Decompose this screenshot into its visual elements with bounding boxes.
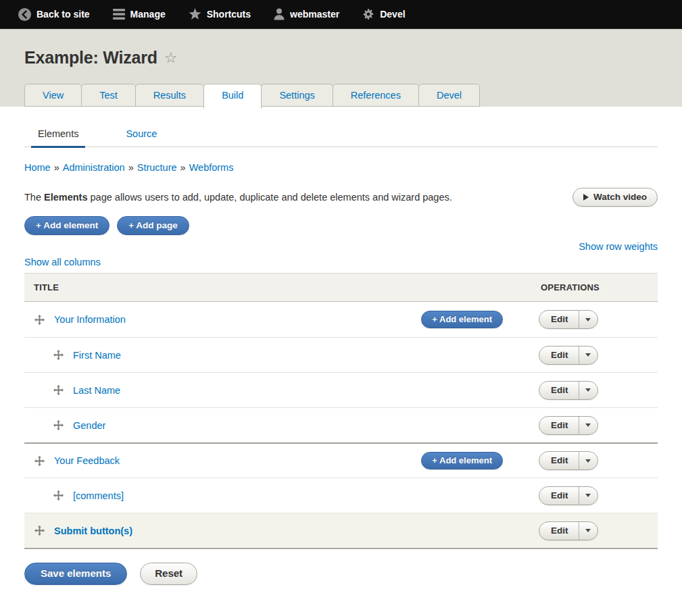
manage-label: Manage	[130, 9, 166, 20]
primary-tab-label: View	[43, 90, 64, 101]
tab-source-label: Source	[126, 128, 157, 139]
user-icon	[274, 8, 285, 20]
add-page-button[interactable]: + Add page	[117, 216, 189, 235]
manage-menu-button[interactable]: Manage	[104, 0, 174, 28]
element-title-link[interactable]: Last Name	[73, 385, 120, 396]
drag-handle-icon[interactable]	[53, 385, 64, 395]
edit-dropdown-toggle[interactable]	[579, 487, 598, 505]
watch-video-label: Watch video	[593, 192, 647, 202]
show-all-columns-link[interactable]: Show all columns	[24, 257, 101, 267]
operations-cell: Edit	[531, 444, 658, 478]
shortcuts-menu-button[interactable]: Shortcuts	[180, 0, 260, 28]
breadcrumb-link-structure[interactable]: Structure	[137, 162, 177, 173]
caret-down-icon	[585, 459, 591, 463]
edit-button[interactable]: Edit	[539, 487, 579, 505]
back-to-site-button[interactable]: Back to site	[9, 0, 99, 28]
drag-handle-icon[interactable]	[53, 490, 64, 500]
element-title-link[interactable]: Your Information	[54, 314, 126, 325]
operations-cell: Edit	[531, 478, 658, 513]
title-cell: Your Feedback + Add element	[24, 444, 531, 478]
reset-button[interactable]: Reset	[140, 563, 197, 585]
devel-menu-button[interactable]: Devel	[354, 0, 414, 28]
element-title-link[interactable]: Your Feedback	[54, 455, 120, 466]
edit-dropdown-toggle[interactable]	[579, 452, 598, 469]
tab-elements-label: Elements	[38, 128, 78, 139]
operations-cell: Edit	[531, 408, 658, 442]
edit-dropdown-toggle[interactable]	[579, 417, 598, 434]
title-cell: First Name	[24, 338, 531, 372]
edit-button-label: Edit	[551, 525, 568, 536]
operations-cell: Edit	[531, 338, 658, 372]
element-title-link[interactable]: First Name	[73, 350, 121, 361]
user-menu-button[interactable]: webmaster	[265, 0, 348, 28]
table-row: Your Information + Add element Edit	[24, 302, 658, 337]
tab-test[interactable]: Test	[81, 84, 136, 107]
edit-button-group: Edit	[539, 381, 598, 400]
table-row: Submit button(s) Edit	[24, 513, 658, 548]
page-header: Example: Wizard ☆ View Test Results Buil…	[0, 29, 682, 107]
tab-settings[interactable]: Settings	[261, 84, 333, 107]
edit-dropdown-toggle[interactable]	[579, 311, 598, 328]
tab-view[interactable]: View	[24, 84, 82, 107]
tab-elements[interactable]: Elements	[31, 123, 85, 148]
star-outline-icon[interactable]: ☆	[164, 51, 178, 66]
caret-down-icon	[585, 494, 591, 497]
edit-button[interactable]: Edit	[539, 382, 579, 399]
row-add-element-button[interactable]: + Add element	[421, 311, 503, 328]
edit-button[interactable]: Edit	[539, 346, 579, 364]
title-cell: Submit button(s)	[24, 513, 531, 548]
edit-button-group: Edit	[539, 451, 598, 470]
table-header-row: TITLE OPERATIONS	[24, 274, 658, 302]
primary-tab-label: Test	[99, 90, 118, 101]
row-add-element-button[interactable]: + Add element	[421, 452, 503, 469]
admin-toolbar: Back to site Manage Shortcuts webmaster …	[0, 0, 682, 29]
edit-button[interactable]: Edit	[539, 522, 579, 540]
edit-button-group: Edit	[539, 310, 598, 329]
watch-video-button[interactable]: Watch video	[573, 188, 658, 207]
edit-button-label: Edit	[551, 350, 568, 360]
column-header-operations: OPERATIONS	[531, 274, 658, 301]
operations-cell: Edit	[531, 302, 658, 337]
edit-button[interactable]: Edit	[539, 417, 579, 434]
edit-button-group: Edit	[539, 346, 598, 365]
title-cell: [comments]	[24, 478, 531, 513]
edit-button[interactable]: Edit	[539, 452, 579, 469]
element-title-link[interactable]: Gender	[73, 420, 105, 431]
tab-references[interactable]: References	[333, 84, 419, 107]
title-cell: Gender	[24, 408, 531, 442]
element-title-link[interactable]: Submit button(s)	[54, 525, 132, 536]
caret-down-icon	[585, 318, 591, 322]
drag-handle-icon[interactable]	[34, 456, 45, 466]
element-title-link[interactable]: [comments]	[73, 490, 124, 501]
edit-button-label: Edit	[551, 385, 568, 395]
drag-handle-icon[interactable]	[53, 350, 64, 360]
breadcrumb-link-home[interactable]: Home	[24, 162, 51, 173]
edit-button-label: Edit	[551, 420, 568, 430]
tab-build[interactable]: Build	[203, 84, 262, 109]
secondary-tabs: Elements Source	[24, 123, 658, 147]
edit-dropdown-toggle[interactable]	[579, 346, 598, 364]
tab-results[interactable]: Results	[135, 84, 204, 107]
menu-icon	[113, 9, 125, 20]
breadcrumb: Home»Administration»Structure»Webforms	[24, 162, 658, 173]
edit-button-group: Edit	[539, 416, 598, 435]
breadcrumb-link-webforms[interactable]: Webforms	[189, 162, 234, 173]
play-icon	[583, 194, 589, 201]
drag-handle-icon[interactable]	[34, 315, 45, 325]
operations-cell: Edit	[531, 373, 658, 407]
drag-handle-icon[interactable]	[53, 420, 64, 430]
edit-dropdown-toggle[interactable]	[579, 382, 598, 399]
tab-source[interactable]: Source	[119, 123, 164, 147]
edit-dropdown-toggle[interactable]	[579, 522, 598, 540]
page-title: Example: Wizard	[24, 48, 157, 68]
username-label: webmaster	[290, 9, 339, 20]
show-row-weights-link[interactable]: Show row weights	[579, 241, 658, 252]
title-cell: Your Information + Add element	[24, 302, 531, 337]
add-element-button[interactable]: + Add element	[24, 216, 109, 235]
edit-button[interactable]: Edit	[539, 311, 579, 328]
breadcrumb-link-administration[interactable]: Administration	[63, 162, 125, 173]
tab-devel[interactable]: Devel	[418, 84, 480, 107]
save-elements-button[interactable]: Save elements	[24, 563, 127, 585]
caret-down-icon	[585, 424, 591, 427]
drag-handle-icon[interactable]	[34, 525, 45, 536]
